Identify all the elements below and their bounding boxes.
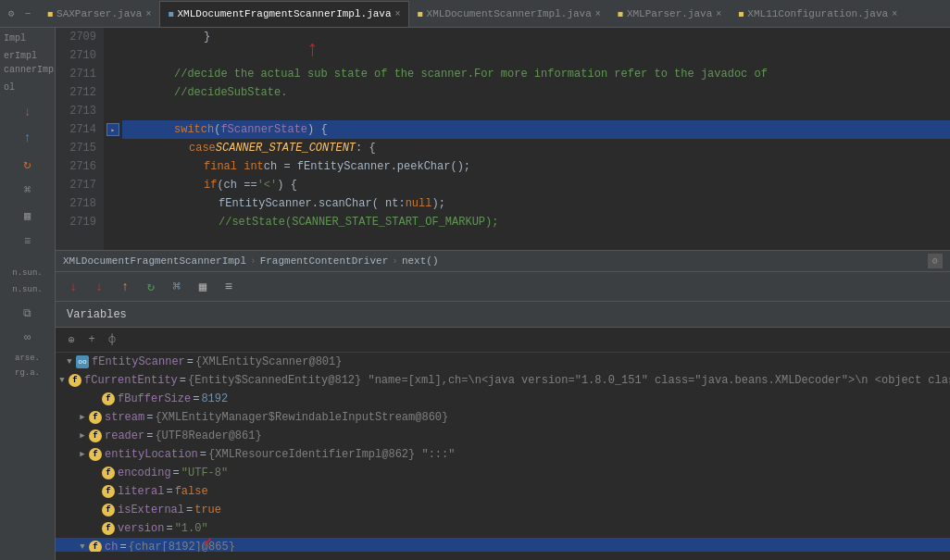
variables-label: Variables bbox=[67, 308, 127, 321]
variables-panel: Variables ⊕ + ⌽ ▼ oo fEntityScanner = {X… bbox=[56, 302, 950, 552]
debug-stepover-btn[interactable]: ↻ bbox=[141, 277, 161, 297]
tab-xmldocfragscanner-active[interactable]: ◼ XMLDocumentFragmentScannerImpl.java × bbox=[159, 1, 408, 27]
upload-icon[interactable]: ↑ bbox=[18, 128, 38, 148]
code-switch: switch bbox=[174, 120, 214, 139]
var-eq-entitylocation: = bbox=[200, 446, 206, 463]
java-file-icon-3: ◼ bbox=[418, 8, 423, 19]
tree-item-reader[interactable]: ▶ f reader = {UTF8Reader@861} bbox=[56, 427, 950, 445]
breadcrumb-part1: XMLDocumentFragmentScannerImpl bbox=[63, 255, 246, 267]
var-val-reader: {UTF8Reader@861} bbox=[155, 428, 261, 444]
var-val-fcurrententity: {Entity$ScannedEntity@812} "name=[xml],c… bbox=[188, 372, 950, 389]
var-eq-stream: = bbox=[146, 409, 153, 426]
tab-label-4: XMLParser.java bbox=[627, 8, 712, 19]
var-name-fentityscanner: fEntityScanner bbox=[92, 354, 185, 370]
icon-f-ch: f bbox=[89, 541, 102, 552]
icon-f-fbuffersize: f bbox=[102, 392, 115, 405]
close-icon-4[interactable]: × bbox=[716, 9, 721, 19]
var-name-entitylocation: entityLocation bbox=[105, 446, 198, 463]
filter-icon[interactable]: ⌘ bbox=[18, 180, 38, 200]
tree-item-stream[interactable]: ▶ f stream = {XMLEntityManager$Rewindabl… bbox=[56, 408, 950, 427]
code-null: null bbox=[406, 194, 432, 213]
icon-f-reader: f bbox=[89, 429, 102, 442]
tree-item-fentityscanner[interactable]: ▼ oo fEntityScanner = {XMLEntityScanner@… bbox=[56, 353, 950, 371]
debug-stop-btn[interactable]: ↓ bbox=[63, 277, 83, 297]
var-name-literal: literal bbox=[118, 483, 164, 500]
var-name-fcurrententity: fCurrentEntity bbox=[84, 372, 178, 389]
main-layout: Impl erImpl cannerImpl ol ↓ ↑ ↻ ⌘ ▦ ≡ n.… bbox=[0, 28, 950, 560]
icon-f-fcurrententity: f bbox=[69, 374, 81, 387]
code-line-2710 bbox=[122, 46, 950, 65]
tree-item-version[interactable]: ▶ f version = "1.0" ↙ bbox=[56, 519, 950, 538]
code-comment-2719: //setState(SCANNER_STATE_START_OF_MARKUP… bbox=[219, 213, 498, 231]
no-arrow-version: ▶ bbox=[89, 520, 102, 537]
code-comment-2712: //decideSubState. bbox=[174, 83, 287, 102]
var-filter-btn[interactable]: ⊕ bbox=[63, 331, 80, 348]
var-eq-literal: = bbox=[166, 483, 172, 500]
tab-saxparser[interactable]: ◼ SAXParser.java × bbox=[39, 1, 159, 27]
list-icon[interactable]: ≡ bbox=[18, 231, 38, 252]
tab-label-5: XML11Configuration.java bbox=[747, 8, 888, 19]
variables-body[interactable]: ⊕ + ⌽ ▼ oo fEntityScanner = {XMLEntitySc… bbox=[56, 328, 950, 552]
refresh-icon[interactable]: ↻ bbox=[18, 154, 38, 174]
code-content[interactable]: } //decide the actual sub state of the s… bbox=[122, 28, 950, 250]
close-icon[interactable]: × bbox=[145, 9, 151, 19]
var-name-ch: ch bbox=[105, 539, 118, 552]
code-brace: } bbox=[204, 28, 210, 46]
code-if-expr: (ch == bbox=[217, 176, 256, 194]
var-filter-icon[interactable]: ⌽ bbox=[104, 331, 120, 348]
tab-xml11config[interactable]: ◼ XML11Configuration.java × bbox=[730, 1, 906, 27]
left-panel-item-erimpl2: erImpl bbox=[0, 49, 55, 63]
tree-item-isexternal[interactable]: ▶ f isExternal = true bbox=[56, 501, 950, 519]
tab-xmlparser[interactable]: ◼ XMLParser.java × bbox=[609, 1, 730, 27]
close-icon-2[interactable]: × bbox=[395, 9, 401, 19]
tree-item-literal[interactable]: ▶ f literal = false bbox=[56, 482, 950, 501]
debug-grid-btn[interactable]: ▦ bbox=[193, 277, 213, 297]
var-val-fbuffersize: 8192 bbox=[201, 391, 228, 407]
code-line-2709: } bbox=[122, 28, 950, 46]
settings-icon[interactable]: ⚙ bbox=[4, 6, 19, 21]
expand-arrow-stream[interactable]: ▶ bbox=[76, 409, 89, 426]
variables-header: Variables bbox=[56, 302, 950, 328]
expand-arrow-fcurrententity[interactable]: ▼ bbox=[56, 372, 69, 389]
expand-arrow-reader[interactable]: ▶ bbox=[76, 428, 89, 444]
left-panel-label-sun: n.sun. bbox=[8, 267, 45, 280]
debug-stepinto-btn[interactable]: ⌘ bbox=[167, 277, 187, 297]
tree-item-entitylocation[interactable]: ▶ f entityLocation = {XMLResourceIdentif… bbox=[56, 445, 950, 464]
close-icon-5[interactable]: × bbox=[892, 9, 897, 19]
tree-item-encoding[interactable]: ▶ f encoding = "UTF-8" bbox=[56, 464, 950, 482]
var-val-ch: {char[8192]@865} bbox=[129, 539, 235, 552]
expand-arrow-entitylocation[interactable]: ▶ bbox=[76, 446, 89, 463]
tree-item-fcurrententity[interactable]: ▼ f fCurrentEntity = {Entity$ScannedEnti… bbox=[56, 371, 950, 390]
download-icon[interactable]: ↓ bbox=[18, 102, 38, 122]
java-file-icon: ◼ bbox=[47, 8, 53, 19]
code-colon: : { bbox=[356, 139, 376, 157]
tree-item-ch[interactable]: ▼ f ch = {char[8192]@865} bbox=[56, 538, 950, 552]
line-num-2715: 2715 bbox=[63, 139, 96, 157]
close-icon-3[interactable]: × bbox=[595, 9, 601, 19]
debug-resume-btn[interactable]: ↑ bbox=[115, 277, 135, 297]
breadcrumb-settings-icon[interactable]: ⚙ bbox=[928, 254, 943, 268]
tab-xmldocscanner[interactable]: ◼ XMLDocumentScannerImpl.java × bbox=[409, 1, 609, 27]
code-char-literal: '<' bbox=[257, 176, 278, 194]
debug-list-btn[interactable]: ≡ bbox=[219, 277, 239, 297]
grid-icon[interactable]: ▦ bbox=[18, 205, 38, 226]
breadcrumb-sep1: › bbox=[250, 255, 256, 267]
copy-icon[interactable]: ⧉ bbox=[18, 304, 38, 324]
code-comment-2711: //decide the actual sub state of the sca… bbox=[174, 65, 768, 83]
icon-f-literal: f bbox=[102, 485, 115, 498]
expand-arrow-ch[interactable]: ▼ bbox=[76, 539, 89, 552]
left-panel-label-rg: rg.a. bbox=[11, 367, 44, 380]
left-panel: Impl erImpl cannerImpl ol ↓ ↑ ↻ ⌘ ▦ ≡ n.… bbox=[0, 28, 56, 560]
eye-icon[interactable]: ∞ bbox=[18, 328, 38, 348]
breakpoint-icon[interactable]: ▸ bbox=[106, 123, 119, 136]
code-paren1: ( bbox=[214, 120, 220, 139]
var-add-btn[interactable]: + bbox=[83, 331, 100, 348]
expand-arrow-fentityscanner[interactable]: ▼ bbox=[63, 354, 76, 370]
line-num-2718: 2718 bbox=[63, 194, 96, 213]
debug-stop2-btn[interactable]: ↓ bbox=[89, 277, 109, 297]
no-arrow-encoding: ▶ bbox=[89, 465, 102, 481]
tree-item-fbuffersize[interactable]: ▶ f fBufferSize = 8192 bbox=[56, 390, 950, 408]
var-eq-encoding: = bbox=[173, 465, 180, 481]
breadcrumb-right: ⚙ bbox=[928, 254, 943, 268]
minimize-icon[interactable]: − bbox=[20, 6, 35, 21]
